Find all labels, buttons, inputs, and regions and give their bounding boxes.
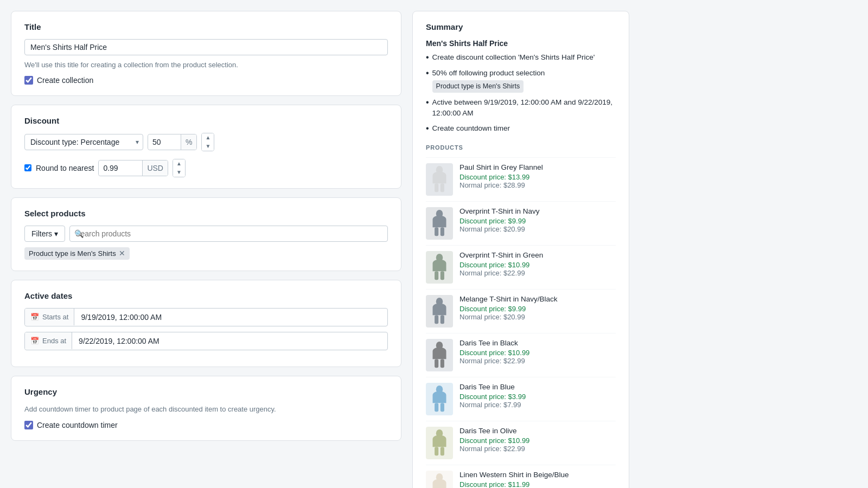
product-name: Melange T-Shirt in Navy/Black xyxy=(459,295,616,303)
summary-title: Summary xyxy=(426,22,616,31)
discount-spin-down[interactable]: ▼ xyxy=(202,142,214,151)
product-img xyxy=(426,207,453,240)
product-discount-price: Discount price: $10.99 xyxy=(459,261,616,269)
svg-rect-7 xyxy=(435,271,438,280)
product-img xyxy=(426,471,453,488)
create-timer-row: Create countdown timer xyxy=(24,421,388,429)
svg-rect-13 xyxy=(435,359,438,368)
filters-arrow-icon: ▾ xyxy=(54,229,58,238)
title-section-label: Title xyxy=(24,22,388,31)
discount-spin-up[interactable]: ▲ xyxy=(202,133,214,142)
product-image-svg xyxy=(430,210,449,237)
round-spin-up[interactable]: ▲ xyxy=(173,159,185,168)
calendar-icon: 📅 xyxy=(30,313,39,321)
svg-rect-19 xyxy=(435,447,438,455)
summary-bullet-3-text: Active between 9/19/2019, 12:00:00 AM an… xyxy=(432,97,616,119)
filter-tag-label: Product type is Men's Shirts xyxy=(29,249,116,258)
search-icon: 🔍 xyxy=(74,229,84,238)
product-img xyxy=(426,163,453,196)
product-info: Linen Western Shirt in Beige/Blue Discou… xyxy=(459,471,616,488)
product-image-svg xyxy=(430,429,449,457)
percent-label: % xyxy=(181,134,196,150)
product-normal-price: Normal price: $20.99 xyxy=(459,225,616,233)
product-name: Overprint T-Shirt in Navy xyxy=(459,207,616,215)
product-info: Overprint T-Shirt in Navy Discount price… xyxy=(459,207,616,233)
create-timer-checkbox[interactable] xyxy=(24,421,33,429)
filters-button[interactable]: Filters ▾ xyxy=(24,226,65,242)
summary-bullet-2-text: 50% off following product selection xyxy=(432,69,545,77)
select-products-card: Select products Filters ▾ 🔍 Product type… xyxy=(11,197,401,271)
svg-rect-11 xyxy=(441,315,444,324)
product-info: Melange T-Shirt in Navy/Black Discount p… xyxy=(459,295,616,321)
round-nearest-label: Round to nearest xyxy=(36,164,94,172)
products-section-label: PRODUCTS xyxy=(426,144,616,151)
svg-rect-1 xyxy=(435,183,438,192)
active-dates-label: Active dates xyxy=(24,291,388,300)
product-item: Daris Tee in Black Discount price: $10.9… xyxy=(426,333,616,377)
product-discount-price: Discount price: $10.99 xyxy=(459,349,616,357)
products-list: Paul Shirt in Grey Flannel Discount pric… xyxy=(426,157,616,488)
filters-search-row: Filters ▾ 🔍 xyxy=(24,226,388,242)
discount-type-select[interactable]: Discount type: Percentage Discount type:… xyxy=(24,134,143,150)
product-discount-price: Discount price: $10.99 xyxy=(459,436,616,445)
svg-rect-14 xyxy=(441,359,444,368)
round-value-input[interactable] xyxy=(99,160,142,176)
bullet-icon-4: • xyxy=(426,123,429,134)
product-normal-price: Normal price: $22.99 xyxy=(459,269,616,277)
starts-at-label: Starts at xyxy=(42,313,68,321)
product-img xyxy=(426,339,453,371)
round-nearest-checkbox[interactable] xyxy=(24,164,31,171)
title-input[interactable] xyxy=(24,39,388,55)
bullet-icon-1: • xyxy=(426,52,429,63)
search-input[interactable] xyxy=(69,226,388,242)
product-item: Linen Western Shirt in Beige/Blue Discou… xyxy=(426,465,616,488)
discount-type-row: Discount type: Percentage Discount type:… xyxy=(24,133,388,151)
summary-bullet-3: • Active between 9/19/2019, 12:00:00 AM … xyxy=(426,97,616,119)
summary-bullet-1: • Create discount collection 'Men's Shir… xyxy=(426,52,616,63)
usd-input-wrap: USD xyxy=(98,160,168,176)
product-info: Daris Tee in Black Discount price: $10.9… xyxy=(459,339,616,365)
bullet-icon-2: • xyxy=(426,68,429,79)
product-normal-price: Normal price: $22.99 xyxy=(459,357,616,365)
product-info: Overprint T-Shirt in Green Discount pric… xyxy=(459,251,616,277)
svg-rect-20 xyxy=(441,447,444,455)
select-products-label: Select products xyxy=(24,209,388,218)
starts-at-row[interactable]: 📅 Starts at 9/19/2019, 12:00:00 AM xyxy=(24,308,388,326)
products-section: PRODUCTS Paul Shirt in Grey Flannel Disc… xyxy=(426,144,616,488)
summary-bullet-4-text: Create countdown timer xyxy=(432,123,510,134)
active-dates-card: Active dates 📅 Starts at 9/19/2019, 12:0… xyxy=(11,280,401,367)
product-image-svg xyxy=(430,298,449,325)
discount-value-input[interactable] xyxy=(148,134,181,150)
create-collection-checkbox[interactable] xyxy=(24,76,33,85)
svg-rect-16 xyxy=(435,403,438,412)
product-item: Paul Shirt in Grey Flannel Discount pric… xyxy=(426,157,616,201)
product-name: Daris Tee in Blue xyxy=(459,383,616,391)
product-normal-price: Normal price: $7.99 xyxy=(459,401,616,409)
product-discount-price: Discount price: $11.99 xyxy=(459,480,616,488)
product-discount-price: Discount price: $9.99 xyxy=(459,217,616,225)
product-item: Daris Tee in Olive Discount price: $10.9… xyxy=(426,421,616,465)
filter-tags-row: Product type is Men's Shirts ✕ xyxy=(24,247,388,260)
ends-at-value[interactable]: 9/22/2019, 12:00:00 AM xyxy=(72,332,387,350)
product-discount-price: Discount price: $13.99 xyxy=(459,173,616,181)
product-info: Daris Tee in Olive Discount price: $10.9… xyxy=(459,427,616,453)
product-normal-price: Normal price: $22.99 xyxy=(459,445,616,453)
starts-at-value[interactable]: 9/19/2019, 12:00:00 AM xyxy=(74,309,387,326)
summary-bullet-2-wrap: 50% off following product selection Prod… xyxy=(432,68,545,93)
ends-at-row[interactable]: 📅 Ends at 9/22/2019, 12:00:00 AM xyxy=(24,332,388,350)
product-image-svg xyxy=(430,342,449,369)
calendar-icon-2: 📅 xyxy=(30,337,39,345)
product-item: Overprint T-Shirt in Green Discount pric… xyxy=(426,245,616,289)
summary-bullet-2: • 50% off following product selection Pr… xyxy=(426,68,616,93)
round-spin-down[interactable]: ▼ xyxy=(173,168,185,177)
svg-rect-2 xyxy=(441,183,444,192)
urgency-label: Urgency xyxy=(24,387,388,396)
round-spinner: ▲ ▼ xyxy=(173,159,186,177)
title-card: Title We'll use this title for creating … xyxy=(11,11,401,96)
filter-tag-remove[interactable]: ✕ xyxy=(119,249,125,257)
product-image-svg xyxy=(430,473,449,488)
product-name: Paul Shirt in Grey Flannel xyxy=(459,163,616,171)
summary-list: • Create discount collection 'Men's Shir… xyxy=(426,52,616,134)
filter-tag: Product type is Men's Shirts ✕ xyxy=(24,247,130,260)
summary-card: Summary Men's Shirts Half Price • Create… xyxy=(412,11,629,488)
